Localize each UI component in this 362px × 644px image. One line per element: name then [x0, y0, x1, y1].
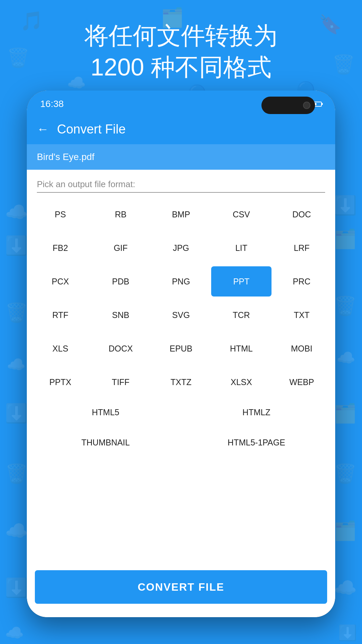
format-grid-row8: THUMBNAIL HTML5-1PAGE: [27, 427, 335, 458]
format-item-LRF[interactable]: LRF: [272, 233, 332, 263]
format-grid-row6: PPTX TIFF TXTZ XLSX WEBP: [27, 364, 335, 397]
format-item-PS[interactable]: PS: [30, 199, 90, 229]
format-item-GIF[interactable]: GIF: [90, 233, 151, 263]
format-grid-row3: PCX PDB PNG PPT PRC: [27, 263, 335, 297]
format-item-HTML[interactable]: HTML: [211, 333, 272, 364]
convert-button-area: CONVERT FILE: [27, 458, 335, 617]
format-item-RTF[interactable]: RTF: [30, 300, 90, 330]
format-item-LIT[interactable]: LIT: [211, 233, 272, 263]
format-item-WEBP[interactable]: WEBP: [272, 367, 332, 397]
format-item-XLS[interactable]: XLS: [30, 333, 90, 364]
format-item-HTMLZ[interactable]: HTMLZ: [181, 397, 332, 427]
marketing-text-area: 将任何文件转换为 1200 种不同格式: [0, 20, 362, 83]
format-item-JPG[interactable]: JPG: [151, 233, 211, 263]
format-item-EPUB[interactable]: EPUB: [151, 333, 211, 364]
format-item-TXTZ[interactable]: TXTZ: [151, 367, 211, 397]
format-item-RB[interactable]: RB: [90, 199, 151, 229]
format-grid-row7: HTML5 HTMLZ: [27, 397, 335, 427]
back-button[interactable]: ←: [37, 123, 49, 135]
format-item-DOC[interactable]: DOC: [272, 199, 332, 229]
format-item-TXT[interactable]: TXT: [272, 300, 332, 330]
format-grid-row4: RTF SNB SVG TCR TXT: [27, 297, 335, 330]
format-item-SNB[interactable]: SNB: [90, 300, 151, 330]
marketing-text-line2: 1200 种不同格式: [0, 52, 362, 83]
format-item-PPT[interactable]: PPT: [211, 266, 272, 297]
format-item-XLSX[interactable]: XLSX: [211, 367, 272, 397]
format-item-PCX[interactable]: PCX: [30, 266, 90, 297]
marketing-text-line1: 将任何文件转换为: [0, 20, 362, 52]
phone-frame: 16:38 ← Convert File Bird's Eye.pdf: [27, 91, 335, 617]
format-item-TIFF[interactable]: TIFF: [90, 367, 151, 397]
format-item-BMP[interactable]: BMP: [151, 199, 211, 229]
format-item-PPTX[interactable]: PPTX: [30, 367, 90, 397]
app-title: Convert File: [57, 122, 126, 137]
convert-file-button[interactable]: CONVERT FILE: [35, 570, 327, 604]
format-grid-row5: XLS DOCX EPUB HTML MOBI: [27, 330, 335, 364]
format-item-CSV[interactable]: CSV: [211, 199, 272, 229]
phone-notch: [261, 97, 315, 114]
format-item-HTML5[interactable]: HTML5: [30, 397, 181, 427]
phone-screen: 16:38 ← Convert File Bird's Eye.pdf: [27, 91, 335, 617]
file-name: Bird's Eye.pdf: [37, 152, 95, 162]
app-bar: ← Convert File: [27, 114, 335, 144]
format-grid-row2: FB2 GIF JPG LIT LRF: [27, 229, 335, 263]
format-item-MOBI[interactable]: MOBI: [272, 333, 332, 364]
format-label-row: Pick an output file format:: [27, 170, 335, 196]
format-grid-row1: PS RB BMP CSV DOC: [27, 196, 335, 229]
format-item-THUMBNAIL[interactable]: THUMBNAIL: [30, 427, 181, 458]
file-bar: Bird's Eye.pdf: [27, 144, 335, 170]
format-item-TCR[interactable]: TCR: [211, 300, 272, 330]
status-time: 16:38: [40, 99, 64, 109]
content-area: Pick an output file format: PS RB BMP CS…: [27, 170, 335, 617]
format-picker-label: Pick an output file format:: [37, 179, 325, 193]
format-item-PDB[interactable]: PDB: [90, 266, 151, 297]
format-item-PRC[interactable]: PRC: [272, 266, 332, 297]
format-item-SVG[interactable]: SVG: [151, 300, 211, 330]
format-item-HTML5-1PAGE[interactable]: HTML5-1PAGE: [181, 427, 332, 458]
camera-icon: [303, 102, 310, 109]
format-item-FB2[interactable]: FB2: [30, 233, 90, 263]
format-item-PNG[interactable]: PNG: [151, 266, 211, 297]
format-item-DOCX[interactable]: DOCX: [90, 333, 151, 364]
